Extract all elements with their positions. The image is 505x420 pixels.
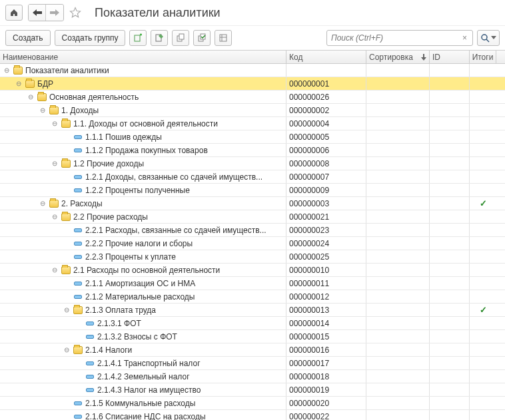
cell-totals [470, 144, 496, 156]
col-header-id[interactable]: ID [430, 51, 470, 63]
collapse-toggle[interactable]: ⊖ [63, 346, 71, 353]
cell-id [430, 64, 470, 77]
table-row[interactable]: ⊖2.2 Прочие расходы000000021 [0, 210, 505, 224]
cell-name: 1.1.1 Пошив одежды [0, 130, 286, 143]
cell-name: ⊖1.1. Доходы от основной деятельности [0, 117, 286, 130]
cell-sort [366, 170, 430, 183]
item-icon [74, 148, 82, 152]
collapse-toggle[interactable]: ⊖ [51, 120, 59, 127]
cell-id [430, 397, 470, 409]
col-header-code[interactable]: Код [286, 51, 366, 63]
cell-name: ⊖Основная деятельность [0, 91, 286, 103]
table-row[interactable]: ⊖1.2 Прочие доходы000000008 [0, 157, 505, 170]
collapse-toggle[interactable]: ⊖ [51, 160, 59, 167]
cell-id [430, 117, 470, 130]
check-icon: ✓ [480, 198, 487, 208]
table-row[interactable]: 2.1.6 Списание НДС на расходы000000022 [0, 410, 505, 420]
cell-sort [366, 184, 430, 196]
cell-id [430, 264, 470, 276]
table-row[interactable]: 1.2.2 Проценты полученные000000009 [0, 184, 505, 197]
table-row[interactable]: 2.1.1 Амортизация ОС и НМА000000011 [0, 277, 505, 290]
cell-name: 2.1.3.2 Взносы с ФОТ [0, 330, 286, 343]
table-row[interactable]: ⊖2. Расходы000000003✓ [0, 197, 505, 210]
table-row[interactable]: 2.1.4.3 Налог на имущество000000019 [0, 383, 505, 397]
table-row[interactable]: 2.1.3.2 Взносы с ФОТ000000015 [0, 330, 505, 343]
back-button[interactable] [29, 5, 46, 21]
find-button[interactable] [193, 30, 211, 46]
cell-name: 2.1.4.1 Транспортный налог [0, 357, 286, 369]
clear-search-button[interactable]: × [460, 33, 470, 43]
edit-button[interactable] [151, 30, 168, 46]
collapse-toggle[interactable]: ⊖ [51, 266, 59, 274]
collapse-toggle[interactable]: ⊖ [15, 80, 23, 87]
search-input[interactable] [330, 33, 460, 43]
cell-name: ⊖2.1 Расходы по основной деятельности [0, 264, 286, 276]
create-button[interactable]: Создать [5, 30, 51, 46]
copy-button[interactable] [129, 30, 147, 46]
table-row[interactable]: ⊖2.1.3 Оплата труда000000013✓ [0, 304, 505, 317]
cell-sort [366, 157, 430, 170]
table-row[interactable]: ⊖1. Доходы000000002 [0, 104, 505, 117]
svg-line-10 [486, 39, 489, 42]
table-row[interactable]: 1.1.1 Пошив одежды000000005 [0, 130, 505, 144]
table-row[interactable]: ⊖БДР000000001 [0, 77, 505, 91]
search-dropdown-button[interactable] [477, 30, 500, 46]
table-row[interactable]: ⊖Основная деятельность000000026 [0, 91, 505, 104]
col-header-name[interactable]: Наименование [0, 51, 286, 63]
cell-name: ⊖1.2 Прочие доходы [0, 157, 286, 170]
cell-code: 000000018 [286, 370, 366, 383]
row-name: 2.1.4.2 Земельный налог [97, 372, 190, 381]
row-name: 2.1.1 Амортизация ОС и НМА [85, 279, 195, 288]
folder-icon [13, 67, 23, 75]
collapse-toggle[interactable]: ⊖ [27, 93, 35, 101]
cell-totals [470, 397, 496, 409]
home-button[interactable] [5, 5, 23, 21]
cell-totals [470, 64, 496, 77]
cell-sort [366, 237, 430, 250]
table-row[interactable]: ⊖2.1.4 Налоги000000016 [0, 343, 505, 357]
search-box[interactable]: × [326, 30, 473, 46]
cell-id [430, 317, 470, 329]
col-header-sort[interactable]: Сортировка [366, 51, 430, 63]
cell-id [430, 77, 470, 90]
cell-code: 000000003 [286, 197, 366, 210]
cell-code: 000000008 [286, 157, 366, 170]
cell-name: 2.2.2 Прочие налоги и сборы [0, 237, 286, 250]
table-row[interactable]: 1.1.2 Продажа покупных товаров000000006 [0, 144, 505, 157]
collapse-toggle[interactable]: ⊖ [3, 67, 11, 74]
table-row[interactable]: ⊖Показатели аналитики [0, 64, 505, 77]
collapse-toggle[interactable]: ⊖ [39, 200, 47, 207]
cell-totals [470, 237, 496, 250]
mark-delete-button[interactable] [172, 30, 189, 46]
collapse-toggle[interactable]: ⊖ [51, 213, 59, 220]
collapse-toggle[interactable]: ⊖ [63, 306, 71, 314]
table-row[interactable]: 2.1.4.1 Транспортный налог000000017 [0, 357, 505, 370]
table-row[interactable]: 2.1.3.1 ФОТ000000014 [0, 317, 505, 330]
row-name: 2.2.3 Проценты к уплате [85, 252, 176, 262]
favorite-button[interactable] [69, 7, 85, 19]
cell-id [430, 170, 470, 183]
item-icon [86, 335, 94, 339]
table-row[interactable]: 2.2.3 Проценты к уплате000000025 [0, 250, 505, 264]
folder-icon [61, 213, 71, 221]
cell-name: ⊖1. Доходы [0, 104, 286, 116]
row-name: 2.2.1 Расходы, связанные со сдачей имуще… [85, 226, 266, 235]
row-name: 2.1 Расходы по основной деятельности [73, 266, 220, 275]
table-row[interactable]: 2.1.4.2 Земельный налог000000018 [0, 370, 505, 383]
collapse-toggle[interactable]: ⊖ [39, 106, 47, 114]
table-row[interactable]: 2.1.2 Материальные расходы000000012 [0, 290, 505, 304]
create-group-button[interactable]: Создать группу [55, 30, 126, 46]
table-row[interactable]: 2.2.1 Расходы, связанные со сдачей имуще… [0, 224, 505, 237]
table-row[interactable]: ⊖2.1 Расходы по основной деятельности000… [0, 264, 505, 277]
cell-totals [470, 77, 496, 90]
table-row[interactable]: 2.2.2 Прочие налоги и сборы000000024 [0, 237, 505, 250]
pages-icon [176, 33, 185, 43]
table-row[interactable]: 1.2.1 Доходы, связанные со сдачей имущес… [0, 170, 505, 184]
table-row[interactable]: ⊖1.1. Доходы от основной деятельности000… [0, 117, 505, 130]
cell-sort [366, 330, 430, 343]
forward-button[interactable] [46, 5, 63, 21]
col-header-totals[interactable]: Итоги [470, 51, 496, 63]
cell-id [430, 383, 470, 396]
mode-button[interactable] [215, 30, 232, 46]
table-row[interactable]: 2.1.5 Коммунальные расходы000000020 [0, 397, 505, 410]
